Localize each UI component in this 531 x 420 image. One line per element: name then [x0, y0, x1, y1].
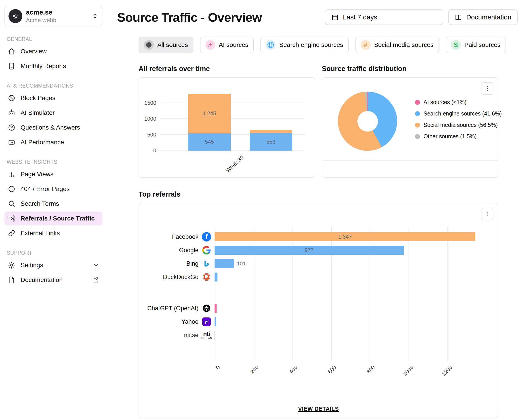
sidebar-item-external-links[interactable]: External Links	[4, 226, 102, 240]
legend-color-dot	[415, 134, 420, 139]
referrals-over-time-card: 0500100015005451 245Week 39553Week 40	[138, 77, 315, 178]
sidebar-item-ai-simulator[interactable]: AI Simulator	[4, 106, 102, 120]
filter-label: Paid sources	[464, 41, 501, 48]
referral-label: Yahoo	[146, 318, 202, 325]
bar-value-label: 1 347	[338, 234, 352, 240]
distribution-card: AI sources (<1%)Search engine sources (4…	[322, 77, 498, 178]
referral-row: ChatGPT (OpenAI)	[146, 301, 486, 315]
x-axis-tick-label: 600	[317, 364, 337, 385]
x-axis-tick-label: 1000	[395, 364, 415, 385]
sidebar-item-label: Search Terms	[21, 200, 59, 207]
chart-legend: AI sources (<1%)Search engine sources (4…	[415, 99, 502, 145]
globe-icon	[266, 40, 275, 50]
referral-row: Google977	[146, 243, 486, 257]
bar-segment: 545	[188, 133, 231, 150]
view-details-link[interactable]: VIEW DETAILS	[139, 406, 498, 412]
referral-bar	[214, 317, 216, 326]
sidebar-item-ai-performance[interactable]: AIAI Performance	[4, 135, 102, 149]
y-axis-tick-label: 0	[153, 148, 156, 154]
sidebar-item-page-views[interactable]: Page Views	[4, 167, 102, 181]
more-options-button[interactable]	[481, 208, 493, 220]
sidebar-item-documentation[interactable]: Documentation	[4, 273, 102, 287]
y-axis-tick-label: 1500	[144, 100, 156, 106]
bar-value-label: 977	[305, 247, 314, 253]
doc-icon	[8, 276, 16, 284]
calendar-icon	[331, 14, 339, 21]
sidebar-item-label: Page Views	[21, 171, 53, 178]
sidebar-item-monthly-reports[interactable]: Monthly Reports	[4, 59, 102, 73]
sidebar-nav: GENERALOverviewMonthly ReportsAI & RECOM…	[4, 36, 102, 287]
legend-item: Search engine sources (41.6%)	[415, 110, 502, 117]
distribution-title: Source traffic distribution	[322, 65, 498, 73]
sidebar-item-label: 404 / Error Pages	[21, 185, 70, 193]
referrals-over-time-section: All referrals over time 0500100015005451…	[138, 65, 315, 178]
sidebar-item-overview[interactable]: Overview	[4, 45, 102, 58]
bing-icon	[202, 259, 212, 269]
documentation-button[interactable]: Documentation	[448, 9, 517, 25]
bar-value-label: 101	[237, 260, 246, 267]
filter-ai-sources[interactable]: AI sources	[200, 37, 254, 53]
yahoo-icon: y!	[202, 317, 212, 327]
sidebar-item-questions-answers[interactable]: Questions & Answers	[4, 121, 102, 135]
divider	[139, 398, 498, 398]
legend-color-dot	[415, 100, 420, 105]
referral-label: Google	[146, 247, 202, 254]
filter-search-engine-sources[interactable]: Search engine sources	[260, 37, 349, 53]
referral-bar	[214, 272, 217, 282]
sidebar-item-block-pages[interactable]: Block Pages	[4, 91, 102, 105]
workspace-meta: acme.se Acme webb	[26, 9, 88, 24]
caret-up-down-icon	[92, 13, 98, 19]
more-options-button[interactable]	[481, 82, 493, 95]
referral-bar	[214, 331, 215, 340]
filter-social-media-sources[interactable]: #Social media sources	[355, 37, 439, 53]
sidebar-item-search-terms[interactable]: Search Terms	[4, 197, 102, 211]
sidebar-item-settings[interactable]: Settings	[4, 258, 102, 272]
content-area: All sourcesAI sourcesSearch engine sourc…	[138, 37, 498, 419]
gridline	[160, 103, 305, 103]
legend-color-dot	[415, 123, 420, 128]
ai-badge-icon: AI	[8, 138, 16, 146]
date-range-button[interactable]: Last 7 days	[325, 9, 443, 25]
dollar-icon: $	[451, 40, 461, 50]
referral-label: ChatGPT (OpenAI)	[146, 305, 202, 312]
question-icon	[8, 123, 16, 132]
filter-all-sources[interactable]: All sources	[138, 37, 193, 53]
bar-track: 101	[214, 259, 486, 268]
documentation-button-label: Documentation	[466, 14, 511, 21]
sidebar-item-referrals-source-traffic[interactable]: Referrals / Source Traffic	[4, 211, 102, 225]
duckduckgo-icon	[202, 272, 212, 282]
workspace-selector[interactable]: acme.se Acme webb	[4, 6, 102, 26]
sidebar-item-label: Monthly Reports	[21, 62, 66, 70]
chatgpt-icon	[202, 303, 212, 313]
workspace-logo-icon	[9, 9, 22, 23]
book-icon	[455, 14, 462, 21]
bar-segment: 553	[250, 133, 292, 150]
workspace-subtitle: Acme webb	[26, 17, 88, 24]
sidebar-section-label: WEBSITE INSIGHTS	[7, 159, 100, 165]
stacked-bar-chart: 0500100015005451 245Week 39553Week 40	[160, 93, 305, 150]
block-icon	[8, 94, 16, 102]
sidebar-item-error-pages[interactable]: 404 / Error Pages	[4, 182, 102, 196]
sidebar-section-label: AI & RECOMMENDATIONS	[7, 83, 100, 89]
bar-track: 977	[214, 246, 486, 255]
link-icon	[8, 229, 16, 237]
referral-label: Bing	[146, 260, 202, 267]
all-sources-icon	[144, 40, 154, 50]
app-root: acme.se Acme webb GENERALOverviewMonthly…	[0, 0, 531, 420]
bar-track	[214, 331, 486, 340]
legend-item: AI sources (<1%)	[415, 99, 502, 105]
sidebar-section-label: GENERAL	[7, 36, 100, 42]
home-icon	[8, 47, 16, 55]
filter-label: Search engine sources	[279, 41, 343, 48]
distribution-section: Source traffic distribution AI sources (…	[322, 65, 498, 178]
y-axis-tick-label: 1000	[144, 116, 156, 122]
main-content: Source Traffic - Overview Last 7 days Do…	[107, 0, 531, 420]
stacked-bar: 5451 245Week 39	[188, 94, 231, 150]
workspace-name: acme.se	[26, 9, 88, 16]
referral-label: DuckDuckGo	[146, 274, 202, 281]
filter-paid-sources[interactable]: $Paid sources	[446, 37, 506, 53]
sidebar-item-label: AI Performance	[21, 139, 64, 146]
filter-label: AI sources	[219, 41, 248, 48]
sidebar-item-label: AI Simulator	[21, 109, 55, 116]
svg-text:AI: AI	[10, 141, 13, 144]
